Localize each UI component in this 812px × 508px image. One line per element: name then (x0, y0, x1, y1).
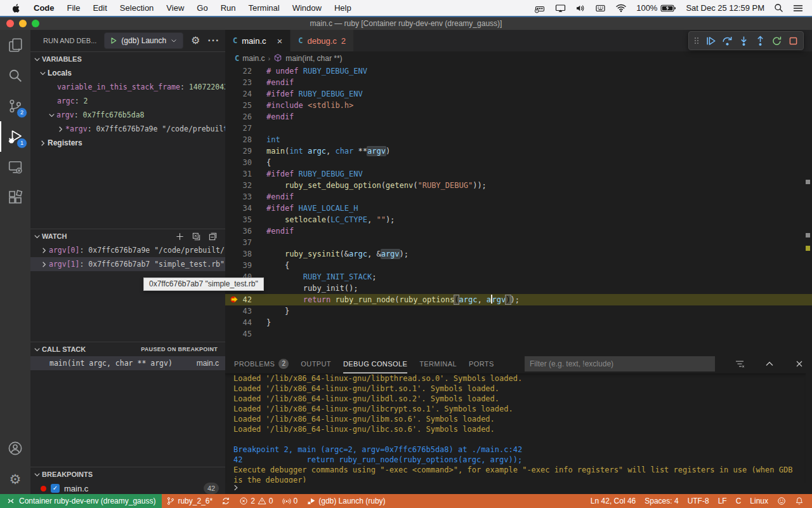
variables-group-locals[interactable]: Locals (30, 66, 225, 80)
encoding-item[interactable]: UTF-8 (683, 497, 714, 505)
watch-expression-argv-0[interactable]: argv[0]: 0x7ffc676b7a9e "/code/prebuilt/… (30, 243, 225, 257)
code-line-43[interactable]: 43 } (225, 305, 812, 317)
line-number[interactable]: 33 (225, 191, 252, 203)
restart-icon[interactable] (771, 36, 782, 46)
call-stack-section-header[interactable]: CALL STACK PAUSED ON BREAKPOINT (30, 342, 225, 356)
variables-group-registers[interactable]: Registers (30, 136, 225, 150)
line-number[interactable]: 23 (225, 77, 252, 88)
debug-console-prompt[interactable] (232, 483, 240, 493)
menu-item-view[interactable]: View (160, 3, 190, 13)
menu-app-name[interactable]: Code (27, 3, 61, 13)
remove-all-watch-icon[interactable] (192, 232, 201, 241)
display-mirroring-icon[interactable] (555, 3, 566, 13)
feedback-smiley-icon[interactable] (773, 497, 790, 505)
console-filter-input[interactable] (525, 356, 715, 371)
panel-tab-debug-console[interactable]: DEBUG CONSOLE (343, 354, 407, 373)
settings-gear-icon[interactable]: ⚙ (0, 464, 30, 494)
variable-argv[interactable]: *argv: 0x7ffc676b7a9e "/code/prebuilt/… (30, 122, 225, 136)
menu-item-run[interactable]: Run (214, 3, 242, 13)
language-mode-item[interactable]: C (731, 497, 746, 505)
line-number[interactable]: 36 (225, 225, 252, 237)
menu-clock[interactable]: Sat Dec 25 12:59 PM (686, 3, 764, 13)
panel-tab-output[interactable]: OUTPUT (301, 354, 331, 373)
stack-frame[interactable]: main(int argc, char ** argv)main.c (30, 356, 225, 370)
line-number[interactable]: 24 (225, 88, 252, 100)
keyboard-input-icon[interactable] (595, 3, 606, 13)
line-number[interactable]: 32 (225, 180, 252, 191)
code-line-27[interactable]: 27 (225, 123, 812, 134)
variable-argv[interactable]: argv: 0x7ffc676b5da8 (30, 108, 225, 122)
menu-item-selection[interactable]: Selection (114, 3, 160, 13)
remote-explorer-icon[interactable] (0, 152, 30, 182)
editor-tab-debug-c[interactable]: Cdebug.c2 (291, 30, 354, 51)
apple-menu-icon[interactable] (0, 3, 27, 13)
code-line-33[interactable]: 33#endif (225, 191, 812, 203)
step-out-icon[interactable] (755, 36, 766, 46)
code-line-24[interactable]: 24#ifdef RUBY_DEBUG_ENV (225, 88, 812, 100)
volume-icon[interactable] (575, 3, 586, 13)
code-line-40[interactable]: 40 RUBY_INIT_STACK; (225, 271, 812, 283)
code-line-30[interactable]: 30{ (225, 157, 812, 168)
cursor-position-item[interactable]: Ln 42, Col 46 (586, 497, 640, 505)
watch-section-header[interactable]: WATCH (30, 229, 225, 243)
os-item[interactable]: Linux (745, 497, 773, 505)
debug-settings-gear-icon[interactable]: ⚙ (191, 36, 200, 46)
code-line-42[interactable]: 42 return ruby_run_node(ruby_options(arg… (225, 294, 812, 305)
line-number[interactable]: 22 (225, 65, 252, 77)
menu-item-terminal[interactable]: Terminal (242, 3, 286, 13)
remote-indicator[interactable]: Container ruby-dev-env (dreamy_gauss) (0, 494, 162, 508)
line-number[interactable]: 26 (225, 111, 252, 123)
control-center-icon[interactable] (793, 4, 803, 13)
step-into-icon[interactable] (738, 36, 749, 46)
menu-item-file[interactable]: File (61, 3, 87, 13)
line-number[interactable]: 31 (225, 168, 252, 180)
menu-item-help[interactable]: Help (328, 3, 358, 13)
run-and-debug-icon[interactable]: 1 (0, 121, 30, 152)
eol-item[interactable]: LF (714, 497, 731, 505)
code-line-22[interactable]: 22# undef RUBY_DEBUG_ENV (225, 65, 812, 77)
variable-variable-in-this-stack-frame[interactable]: variable_in_this_stack_frame: 140722043… (30, 80, 225, 94)
code-line-44[interactable]: 44} (225, 317, 812, 328)
battery-indicator[interactable]: 100% (636, 3, 676, 13)
debug-launch-dropdown[interactable]: (gdb) Launch (104, 32, 183, 49)
line-number[interactable]: 28 (225, 134, 252, 145)
docker-icon[interactable] (534, 3, 546, 13)
line-number[interactable]: 39 (225, 260, 252, 271)
spotlight-search-icon[interactable] (774, 3, 783, 13)
code-editor[interactable]: 22# undef RUBY_DEBUG_ENV23#endif24#ifdef… (225, 65, 812, 354)
panel-tab-ports[interactable]: PORTS (469, 354, 494, 373)
code-line-39[interactable]: 39 { (225, 260, 812, 271)
code-line-29[interactable]: 29main(int argc, char **argv) (225, 145, 812, 157)
search-icon[interactable] (0, 60, 30, 91)
maximize-panel-chevron-up-icon[interactable] (764, 359, 775, 369)
toolbar-drag-grip[interactable] (693, 36, 700, 46)
code-line-31[interactable]: 31#ifdef RUBY_DEBUG_ENV (225, 168, 812, 180)
line-number[interactable]: 27 (225, 123, 252, 134)
menu-item-go[interactable]: Go (190, 3, 214, 13)
debug-session-item[interactable]: (gdb) Launch (ruby) (302, 494, 390, 508)
source-control-icon[interactable]: 2 (0, 91, 30, 121)
line-number[interactable]: 30 (225, 157, 252, 168)
code-line-45[interactable]: 45 (225, 328, 812, 340)
breakpoints-section-header[interactable]: BREAKPOINTS (30, 467, 225, 481)
problems-status-item[interactable]: 2 0 (235, 494, 277, 508)
indentation-item[interactable]: Spaces: 4 (640, 497, 683, 505)
panel-tab-problems[interactable]: PROBLEMS2 (234, 354, 289, 373)
notifications-bell-icon[interactable] (790, 497, 808, 505)
code-line-36[interactable]: 36#endif (225, 225, 812, 237)
line-number[interactable]: 43 (225, 305, 252, 317)
code-line-32[interactable]: 32 ruby_set_debug_option(getenv("RUBY_DE… (225, 180, 812, 191)
explorer-icon[interactable] (0, 30, 30, 60)
close-tab-icon[interactable]: × (277, 36, 283, 46)
line-number[interactable]: 35 (225, 214, 252, 225)
accounts-icon[interactable] (0, 433, 30, 464)
git-branch-item[interactable]: ruby_2_6* (162, 494, 217, 508)
line-number[interactable]: 44 (225, 317, 252, 328)
line-number[interactable]: 38 (225, 248, 252, 260)
watch-expression-argv-1[interactable]: argv[1]: 0x7ffc676b7ab7 "simple_test.rb" (30, 257, 225, 271)
code-line-34[interactable]: 34#ifdef HAVE_LOCALE_H (225, 203, 812, 214)
close-panel-icon[interactable] (794, 359, 804, 369)
code-line-41[interactable]: 41 ruby_init(); (225, 283, 812, 294)
line-number[interactable]: 25 (225, 100, 252, 111)
sync-changes-item[interactable] (217, 494, 235, 508)
